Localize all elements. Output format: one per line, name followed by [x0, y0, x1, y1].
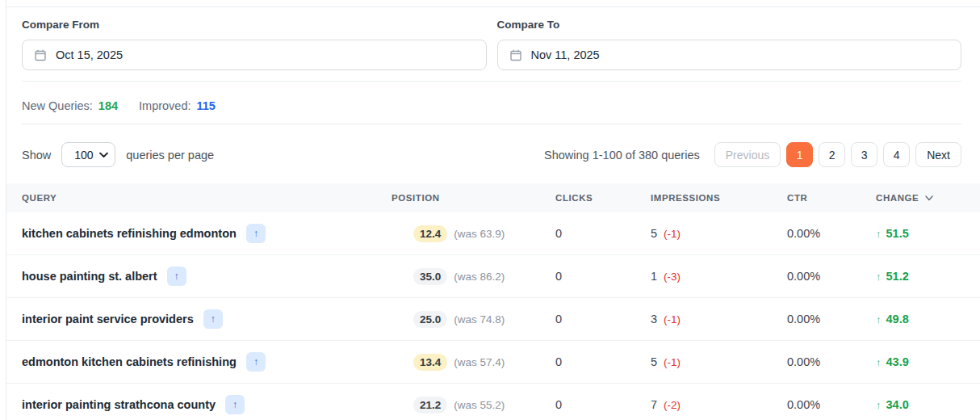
change-up-arrow-icon: ↑: [876, 228, 882, 240]
improved-up-arrow-badge: ↑: [203, 309, 223, 329]
page-button-2[interactable]: 2: [819, 142, 845, 167]
pager: Previous 1234 Next: [714, 142, 961, 167]
improved-up-arrow-badge: ↑: [246, 352, 266, 372]
query-text: interior paint service providers: [22, 313, 194, 326]
change-cell: ↑ 43.9: [876, 355, 961, 368]
calendar-icon: [509, 48, 522, 61]
position-pill: 21.2: [413, 397, 447, 414]
calendar-icon: [34, 48, 47, 61]
previous-position-text: (was 57.4): [454, 356, 505, 368]
position-pill: 13.4: [413, 354, 447, 371]
per-page-select[interactable]: 100: [61, 142, 115, 167]
compare-from-label: Compare From: [22, 18, 487, 32]
position-cell: 12.4 (was 63.9): [392, 225, 555, 242]
stats-bar: New Queries: 184 Improved: 115: [6, 82, 980, 113]
column-header-ctr: CTR: [787, 193, 876, 203]
next-page-button[interactable]: Next: [915, 142, 961, 167]
improved-up-arrow-badge: ↑: [246, 224, 266, 243]
show-label: Show: [22, 149, 51, 162]
previous-position-text: (was 63.9): [454, 228, 505, 240]
impressions-delta: (-1): [664, 313, 681, 326]
impressions-cell: 1(-3): [651, 270, 787, 283]
compare-to-label: Compare To: [497, 18, 962, 32]
position-cell: 25.0 (was 74.8): [392, 311, 555, 328]
page-button-4[interactable]: 4: [883, 142, 910, 167]
improved-value: 115: [197, 99, 216, 113]
previous-position-text: (was 74.8): [454, 313, 505, 326]
impressions-delta: (-1): [664, 228, 681, 240]
table-header: Query Position Clicks Impressions CTR Ch…: [6, 183, 980, 212]
page-buttons: 1234: [786, 142, 910, 167]
impressions-value: 5: [651, 227, 657, 240]
position-cell: 35.0 (was 86.2): [392, 268, 555, 285]
table-row: edmonton kitchen cabinets refinishing ↑ …: [6, 341, 980, 384]
change-cell: ↑ 51.5: [876, 227, 961, 240]
column-header-query: Query: [22, 193, 392, 203]
query-text: edmonton kitchen cabinets refinishing: [22, 355, 237, 368]
improved-up-arrow-badge: ↑: [167, 267, 186, 286]
impressions-value: 5: [651, 355, 657, 368]
change-value: 43.9: [886, 355, 909, 368]
query-cell: kitchen cabinets refinishing edmonton ↑: [22, 224, 392, 243]
impressions-value: 7: [651, 398, 657, 411]
previous-position-text: (was 86.2): [454, 271, 505, 283]
page-button-1[interactable]: 1: [786, 142, 813, 167]
impressions-value: 1: [651, 270, 657, 283]
compare-date-section: Compare From Oct 15, 2025 Compare To: [6, 0, 980, 70]
clicks-cell: 0: [555, 270, 651, 283]
column-header-clicks: Clicks: [555, 193, 651, 203]
impressions-value: 3: [651, 313, 657, 326]
change-cell: ↑ 49.8: [876, 313, 961, 326]
query-cell: house painting st. albert ↑: [22, 267, 392, 286]
ctr-cell: 0.00%: [787, 313, 876, 326]
page-button-3[interactable]: 3: [851, 142, 877, 167]
change-value: 51.5: [886, 227, 909, 240]
new-queries-value: 184: [98, 99, 118, 113]
column-header-change-label: Change: [876, 193, 919, 203]
ctr-cell: 0.00%: [787, 355, 876, 368]
compare-from-input[interactable]: Oct 15, 2025: [22, 40, 487, 70]
clicks-cell: 0: [555, 355, 651, 368]
improved-label: Improved:: [139, 99, 191, 113]
query-text: interior painting strathcona county: [22, 398, 216, 411]
position-cell: 13.4 (was 57.4): [392, 354, 555, 371]
per-page-control: Show 100 queries per page: [22, 142, 214, 167]
clicks-cell: 0: [555, 313, 651, 326]
previous-page-button[interactable]: Previous: [714, 142, 781, 167]
impressions-cell: 3(-1): [651, 313, 787, 326]
new-queries-label: New Queries:: [22, 99, 93, 113]
sort-descending-icon: [925, 195, 933, 201]
pagination: Showing 1-100 of 380 queries Previous 12…: [544, 142, 961, 167]
impressions-cell: 5(-1): [651, 355, 787, 368]
compare-to-input[interactable]: Nov 11, 2025: [497, 40, 962, 70]
column-header-position: Position: [392, 193, 555, 203]
change-value: 51.2: [886, 270, 909, 283]
ctr-cell: 0.00%: [787, 270, 876, 283]
position-pill: 25.0: [413, 311, 447, 328]
impressions-delta: (-1): [664, 356, 681, 368]
table-row: interior paint service providers ↑ 25.0 …: [6, 298, 980, 341]
position-pill: 35.0: [413, 268, 447, 285]
per-page-select-wrap: 100: [61, 142, 115, 167]
impressions-cell: 5(-1): [651, 227, 787, 240]
change-up-arrow-icon: ↑: [876, 271, 882, 283]
column-header-change[interactable]: Change: [876, 193, 961, 203]
change-value: 49.8: [886, 313, 909, 326]
position-pill: 12.4: [413, 225, 447, 242]
change-value: 34.0: [886, 398, 909, 411]
clicks-cell: 0: [555, 227, 651, 240]
query-text: house painting st. albert: [22, 270, 157, 283]
position-cell: 21.2 (was 55.2): [392, 397, 555, 414]
table-row: interior painting strathcona county ↑ 21…: [6, 384, 980, 420]
compare-to-value: Nov 11, 2025: [531, 48, 600, 61]
query-cell: edmonton kitchen cabinets refinishing ↑: [22, 352, 392, 372]
change-up-arrow-icon: ↑: [876, 356, 882, 368]
previous-position-text: (was 55.2): [454, 399, 505, 411]
impressions-delta: (-3): [664, 271, 681, 283]
compare-to-field: Compare To Nov 11, 2025: [497, 18, 962, 70]
change-cell: ↑ 34.0: [876, 398, 961, 411]
per-page-suffix: queries per page: [126, 149, 214, 162]
table-body: kitchen cabinets refinishing edmonton ↑ …: [6, 212, 980, 420]
impressions-delta: (-2): [664, 399, 681, 411]
showing-text: Showing 1-100 of 380 queries: [544, 149, 700, 162]
